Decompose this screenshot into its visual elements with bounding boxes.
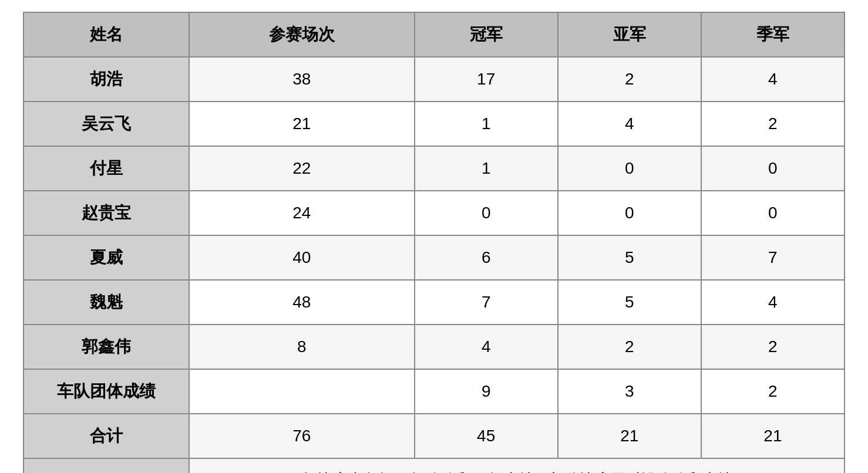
cell-name: 车队团体成绩 (23, 369, 189, 414)
cell-first: 6 (415, 235, 558, 280)
cell-second: 2 (558, 57, 701, 102)
col-header-name: 姓名 (23, 12, 189, 57)
table-row: 吴云飞21142 (23, 102, 845, 146)
cell-third: 4 (701, 57, 845, 102)
cell-second: 2 (558, 325, 701, 369)
cell-name: 付星 (23, 146, 189, 191)
cell-first: 45 (415, 414, 558, 458)
cell-races: 21 (189, 102, 415, 146)
table-row: 赵贵宝24000 (23, 191, 845, 235)
table-row: 夏威40657 (23, 235, 845, 280)
cell-races: 48 (189, 280, 415, 325)
table-container: 姓名 参赛场次 冠军 亚军 季军 胡浩381724吴云飞21142付星22100… (0, 0, 868, 473)
cell-third: 2 (701, 102, 845, 146)
note-text-0: 76场比赛中包括45场公路和35场山地（部分比赛同时设公路和山地） (189, 458, 845, 473)
col-header-races: 参赛场次 (189, 12, 415, 57)
cell-third: 2 (701, 325, 845, 369)
cell-races: 24 (189, 191, 415, 235)
cell-name: 赵贵宝 (23, 191, 189, 235)
col-header-first: 冠军 (415, 12, 558, 57)
col-header-second: 亚军 (558, 12, 701, 57)
table-row: 车队团体成绩932 (23, 369, 845, 414)
cell-first: 1 (415, 102, 558, 146)
table-row: 胡浩381724 (23, 57, 845, 102)
cell-races: 76 (189, 414, 415, 458)
cell-races (189, 369, 415, 414)
cell-first: 1 (415, 146, 558, 191)
table-row: 合计76452121 (23, 414, 845, 458)
cell-third: 0 (701, 146, 845, 191)
table-row: 付星22100 (23, 146, 845, 191)
cell-name: 吴云飞 (23, 102, 189, 146)
cell-third: 7 (701, 235, 845, 280)
cell-name: 胡浩 (23, 57, 189, 102)
note-row-0: 76场比赛中包括45场公路和35场山地（部分比赛同时设公路和山地） (23, 458, 845, 473)
cell-races: 22 (189, 146, 415, 191)
cell-races: 40 (189, 235, 415, 280)
results-table: 姓名 参赛场次 冠军 亚军 季军 胡浩381724吴云飞21142付星22100… (23, 12, 845, 473)
cell-name: 合计 (23, 414, 189, 458)
cell-third: 21 (701, 414, 845, 458)
cell-name: 魏魁 (23, 280, 189, 325)
cell-first: 9 (415, 369, 558, 414)
cell-first: 4 (415, 325, 558, 369)
cell-second: 0 (558, 191, 701, 235)
header-row: 姓名 参赛场次 冠军 亚军 季军 (23, 12, 845, 57)
cell-first: 0 (415, 191, 558, 235)
cell-second: 0 (558, 146, 701, 191)
cell-second: 5 (558, 235, 701, 280)
cell-second: 4 (558, 102, 701, 146)
cell-first: 7 (415, 280, 558, 325)
cell-second: 21 (558, 414, 701, 458)
cell-name: 夏威 (23, 235, 189, 280)
cell-races: 8 (189, 325, 415, 369)
cell-first: 17 (415, 57, 558, 102)
col-header-third: 季军 (701, 12, 845, 57)
cell-name: 郭鑫伟 (23, 325, 189, 369)
cell-second: 5 (558, 280, 701, 325)
note-empty-cell (23, 458, 189, 473)
cell-third: 4 (701, 280, 845, 325)
cell-races: 38 (189, 57, 415, 102)
cell-third: 2 (701, 369, 845, 414)
cell-second: 3 (558, 369, 701, 414)
table-row: 魏魁48754 (23, 280, 845, 325)
cell-third: 0 (701, 191, 845, 235)
table-row: 郭鑫伟8422 (23, 325, 845, 369)
